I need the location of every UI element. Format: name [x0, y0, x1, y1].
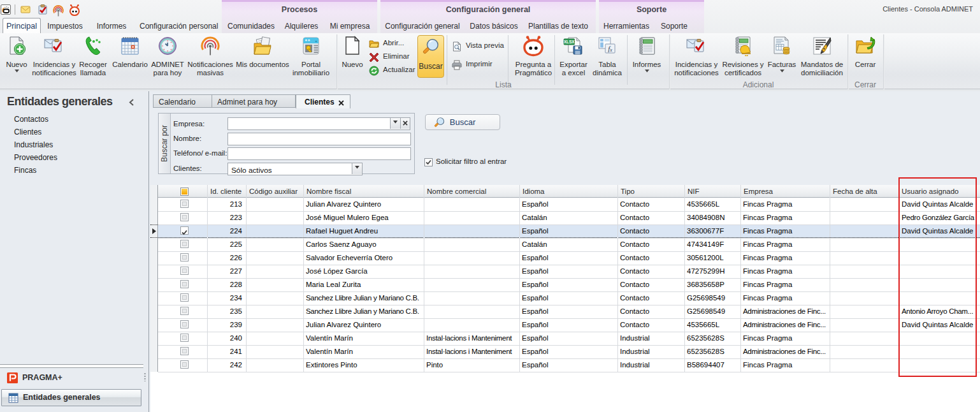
svg-text:XLSX: XLSX: [564, 40, 575, 44]
